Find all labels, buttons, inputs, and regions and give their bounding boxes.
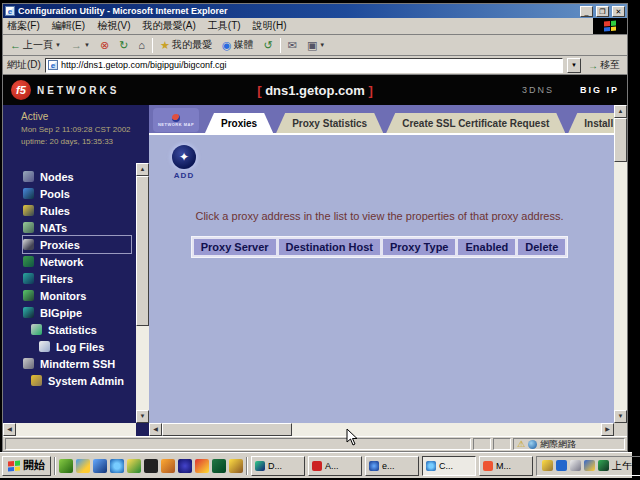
sidebar-horizontal-scrollbar[interactable]: ◀ (3, 423, 136, 436)
address-dropdown-icon[interactable]: ▼ (567, 58, 581, 73)
sidebar-item-nats[interactable]: NATs (23, 219, 131, 236)
print-button[interactable]: ▣ ▼ (304, 39, 328, 52)
sidebar-item-label: Mindterm SSH (40, 358, 115, 370)
scroll-right-icon[interactable]: ▶ (601, 423, 614, 436)
task-button-3[interactable]: e... (365, 456, 419, 476)
scrollbar-thumb[interactable] (136, 176, 149, 326)
column-header-proxy-server[interactable]: Proxy Server (194, 239, 276, 255)
back-button[interactable]: ← 上一頁 ▼ (7, 37, 64, 53)
menu-view[interactable]: 檢視(V) (97, 19, 130, 33)
history-button[interactable]: ↺ (260, 39, 275, 52)
tab-proxies[interactable]: Proxies (205, 113, 273, 133)
tab-create-ssl-certificate-request[interactable]: Create SSL Certificate Request (386, 113, 565, 133)
sidebar-item-network[interactable]: Network (23, 253, 131, 270)
column-header-proxy-type[interactable]: Proxy Type (383, 239, 456, 255)
address-input[interactable]: e http://dns1.getop.com/bigipgui/bigconf… (45, 58, 563, 73)
sidebar-item-pools[interactable]: Pools (23, 185, 131, 202)
status-state: Active (21, 111, 149, 122)
quick-launch-icon-2[interactable] (76, 459, 90, 473)
network-map-button[interactable]: NETWORK MAP (153, 108, 199, 132)
sidebar-vertical-scrollbar[interactable]: ▲ ▼ (136, 163, 149, 423)
favorites-button[interactable]: ★ 我的最愛 (157, 37, 215, 53)
quick-launch-icon-8[interactable] (178, 459, 192, 473)
menu-file[interactable]: 檔案(F) (7, 19, 40, 33)
nav-3dns[interactable]: 3DNS (522, 85, 554, 95)
sidebar-item-statistics[interactable]: Statistics (23, 321, 131, 338)
windows-flag-icon (604, 21, 616, 32)
column-header-destination-host[interactable]: Destination Host (279, 239, 380, 255)
sidebar-item-filters[interactable]: Filters (23, 270, 131, 287)
scrollbar-thumb[interactable] (162, 423, 292, 436)
mail-icon: ✉ (288, 40, 297, 51)
start-button[interactable]: 開始 (2, 456, 51, 476)
menu-tools[interactable]: 工具(T) (208, 19, 241, 33)
home-button[interactable]: ⌂ (135, 39, 148, 52)
scroll-up-icon[interactable]: ▲ (614, 105, 627, 118)
sidebar-item-system-admin[interactable]: System Admin (23, 372, 131, 389)
sidebar-item-rules[interactable]: Rules (23, 202, 131, 219)
task-button-1[interactable]: D... (251, 456, 305, 476)
tray-icon-4[interactable] (584, 460, 595, 471)
scroll-down-icon[interactable]: ▼ (136, 410, 149, 423)
quick-launch-icon-10[interactable] (212, 459, 226, 473)
forward-button[interactable]: → ▼ (68, 39, 93, 52)
print-dropdown-icon[interactable]: ▼ (319, 42, 325, 48)
scroll-left-icon[interactable]: ◀ (3, 423, 16, 436)
add-button[interactable]: ✦ ADD (169, 145, 199, 180)
scroll-up-icon[interactable]: ▲ (136, 163, 149, 176)
main-vertical-scrollbar[interactable]: ▲ ▼ (614, 105, 627, 423)
mail-button[interactable]: ✉ (285, 39, 300, 52)
quick-launch-icon-7[interactable] (161, 459, 175, 473)
task-button-4-active[interactable]: C... (422, 456, 476, 476)
sidebar-item-label: Pools (40, 188, 70, 200)
print-icon: ▣ (307, 40, 317, 51)
sidebar-item-proxies[interactable]: Proxies (23, 236, 131, 253)
column-header-delete[interactable]: Delete (518, 239, 565, 255)
scroll-left-icon[interactable]: ◀ (149, 423, 162, 436)
hostname: dns1.getop.com (265, 83, 365, 98)
refresh-button[interactable]: ↻ (116, 39, 131, 52)
scrollbar-thumb[interactable] (614, 118, 627, 162)
forward-dropdown-icon[interactable]: ▼ (84, 42, 90, 48)
menu-favorites[interactable]: 我的最愛(A) (142, 19, 195, 33)
sidebar-item-monitors[interactable]: Monitors (23, 287, 131, 304)
title-bar[interactable]: e Configuration Utility - Microsoft Inte… (3, 4, 627, 18)
scroll-down-icon[interactable]: ▼ (614, 410, 627, 423)
sidebar-item-nodes[interactable]: Nodes (23, 168, 131, 185)
restore-button[interactable]: ❐ (596, 6, 609, 17)
add-plus-icon[interactable]: ✦ (172, 145, 196, 169)
tab-install-ssl-certificate[interactable]: Install SSL Certif (568, 113, 614, 133)
tab-proxy-statistics[interactable]: Proxy Statistics (276, 113, 383, 133)
quick-launch-icon-9[interactable] (195, 459, 209, 473)
task-button-label: M... (496, 461, 511, 471)
quick-launch-icon-11[interactable] (229, 459, 243, 473)
tray-icon-1[interactable] (542, 460, 553, 471)
back-dropdown-icon[interactable]: ▼ (55, 42, 61, 48)
task-button-5[interactable]: M... (479, 456, 533, 476)
tray-icon-5[interactable] (598, 460, 609, 471)
menu-edit[interactable]: 編輯(E) (52, 19, 85, 33)
nav-bigip[interactable]: BIG IP (580, 85, 619, 95)
task-button-2[interactable]: A... (308, 456, 362, 476)
warning-icon: ⚠ (517, 439, 525, 449)
sidebar-item-mindterm-ssh[interactable]: Mindterm SSH (23, 355, 131, 372)
menu-help[interactable]: 說明(H) (253, 19, 287, 33)
quick-launch-icon-5[interactable] (127, 459, 141, 473)
sidebar-item-bigpipe[interactable]: BIGpipe (23, 304, 131, 321)
quick-launch-icon-1[interactable] (59, 459, 73, 473)
go-button[interactable]: → 移至 (585, 58, 623, 72)
quick-launch-icon-6[interactable] (144, 459, 158, 473)
media-button[interactable]: ◉ 媒體 (219, 37, 257, 53)
sidebar-item-log-files[interactable]: Log Files (23, 338, 131, 355)
quick-launch-icon-4[interactable] (110, 459, 124, 473)
tray-icon-2[interactable] (556, 460, 567, 471)
internet-zone-icon (528, 440, 537, 449)
quick-launch-icon-3[interactable] (93, 459, 107, 473)
start-label: 開始 (23, 458, 45, 473)
column-header-enabled[interactable]: Enabled (458, 239, 515, 255)
main-horizontal-scrollbar[interactable]: ◀ ▶ (149, 423, 614, 436)
minimize-button[interactable]: _ (580, 6, 593, 17)
tray-icon-3[interactable] (570, 460, 581, 471)
close-button[interactable]: ✕ (612, 6, 625, 17)
stop-button[interactable]: ⊗ (97, 39, 112, 52)
